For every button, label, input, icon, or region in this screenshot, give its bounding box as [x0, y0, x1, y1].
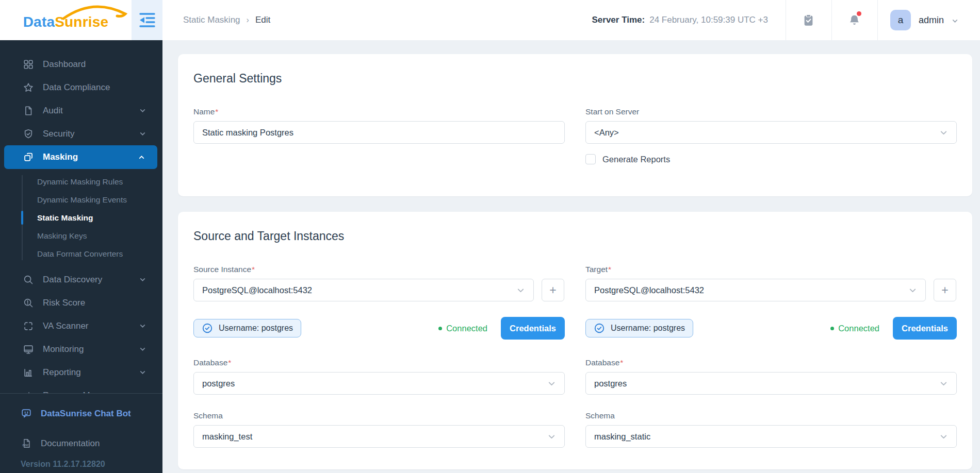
chevron-down-icon	[908, 286, 917, 295]
scanner-icon	[23, 320, 34, 332]
target-database-select[interactable]: postgres	[585, 372, 957, 395]
target-username-text: Username: postgres	[611, 324, 685, 333]
source-username-chip[interactable]: Username: postgres	[193, 319, 301, 337]
required-asterisk: *	[215, 107, 218, 116]
general-settings-card: General Settings Name* Start on Server <…	[178, 54, 972, 196]
generate-reports-label: Generate Reports	[602, 155, 670, 164]
source-instance-label: Source Instance*	[193, 265, 565, 274]
sidebar-item-monitoring[interactable]: Monitoring	[0, 337, 162, 361]
tasks-button[interactable]	[786, 0, 831, 40]
target-connected-status: Connected	[830, 324, 879, 333]
start-on-server-label: Start on Server	[585, 107, 957, 116]
collapse-menu-icon	[138, 11, 156, 29]
target-schema-select[interactable]: masking_static	[585, 425, 957, 448]
sidebar-item-static-masking[interactable]: Static Masking	[0, 209, 162, 227]
source-status-row: Username: postgres Connected Credentials	[193, 317, 565, 340]
sidebar-item-masking[interactable]: Masking	[4, 145, 157, 169]
main-content: General Settings Name* Start on Server <…	[162, 40, 980, 473]
target-status-row: Username: postgres Connected Credentials	[585, 317, 957, 340]
chevron-down-icon	[139, 276, 146, 283]
start-on-server-select[interactable]: <Any>	[585, 121, 957, 144]
sidebar-item-documentation[interactable]: DOC Documentation	[0, 432, 162, 455]
source-status-text: Connected	[446, 324, 487, 333]
chevron-down-icon	[939, 128, 948, 137]
sidebar-bottom-panel: DataSunrise Chat Bot DOC Documentation V…	[0, 393, 162, 473]
source-instance-select[interactable]: PostgreSQL@localhost:5432	[193, 279, 534, 301]
status-dot	[438, 327, 442, 330]
sidebar-item-audit[interactable]: Audit	[0, 99, 162, 122]
logo-text-sunrise: Sunrise	[55, 14, 108, 30]
sidebar-collapse-button[interactable]	[132, 0, 162, 40]
sidebar-item-dynamic-masking-rules[interactable]: Dynamic Masking Rules	[0, 173, 162, 191]
required-asterisk: *	[252, 265, 255, 274]
source-schema-label: Schema	[193, 411, 565, 420]
sidebar-item-security[interactable]: Security	[0, 122, 162, 145]
source-connected-status: Connected	[438, 324, 487, 333]
star-icon	[23, 82, 34, 93]
target-database-value: postgres	[594, 379, 627, 388]
target-credentials-button[interactable]: Credentials	[893, 317, 957, 340]
chevron-down-icon	[139, 346, 146, 352]
sidebar-nav: Dashboard Data Compliance Audit Security	[0, 40, 162, 407]
source-schema-select[interactable]: masking_test	[193, 425, 565, 448]
server-time-value: 24 February, 10:59:39 UTC +3	[649, 15, 768, 25]
target-instance-select[interactable]: PostgreSQL@localhost:5432	[585, 279, 926, 301]
sidebar-item-dynamic-masking-events[interactable]: Dynamic Masking Events	[0, 191, 162, 209]
datasunrise-logo: DataSunrise	[23, 10, 109, 30]
chevron-down-icon	[139, 369, 146, 376]
add-source-instance-button[interactable]: +	[542, 279, 564, 301]
sub-item-label: Static Masking	[37, 213, 93, 223]
breadcrumb: Static Masking › Edit	[183, 0, 270, 40]
dashboard-icon	[23, 59, 34, 70]
bar-chart-icon	[23, 367, 34, 378]
chevron-down-icon	[516, 286, 525, 295]
add-target-instance-button[interactable]: +	[934, 279, 956, 301]
notifications-button[interactable]	[832, 0, 877, 40]
sidebar-item-reporting[interactable]: Reporting	[0, 361, 162, 384]
required-asterisk: *	[620, 358, 623, 367]
header-right-controls: Server Time:24 February, 10:59:39 UTC +3…	[592, 0, 980, 40]
sidebar-item-label: Data Discovery	[43, 275, 130, 285]
check-circle-icon	[202, 323, 213, 334]
sidebar-item-chat-bot[interactable]: DataSunrise Chat Bot	[0, 402, 162, 425]
sidebar-item-data-format-converters[interactable]: Data Format Converters	[0, 245, 162, 263]
target-schema-value: masking_static	[594, 432, 650, 442]
generate-reports-row: Generate Reports	[585, 154, 957, 164]
sidebar-item-label: Risk Score	[43, 298, 146, 308]
general-settings-title: General Settings	[193, 72, 957, 86]
name-input[interactable]	[193, 121, 565, 144]
status-dot	[830, 327, 834, 330]
user-menu[interactable]: a admin	[878, 10, 980, 30]
sidebar-item-risk-score[interactable]: Risk Score	[0, 291, 162, 314]
shield-check-icon	[23, 128, 34, 140]
sidebar-item-va-scanner[interactable]: VA Scanner	[0, 314, 162, 337]
monitor-icon	[23, 344, 34, 355]
sidebar-item-label: Dashboard	[43, 59, 146, 70]
source-column: Source Instance* PostgreSQL@localhost:54…	[193, 265, 565, 448]
generate-reports-checkbox[interactable]	[585, 154, 596, 164]
source-target-card: Source and Target Instances Source Insta…	[178, 212, 972, 469]
logo[interactable]: DataSunrise	[0, 0, 132, 40]
doc-file-icon: DOC	[21, 438, 32, 449]
source-database-select[interactable]: postgres	[193, 372, 565, 395]
sub-item-label: Dynamic Masking Rules	[37, 177, 123, 187]
sidebar-item-dashboard[interactable]: Dashboard	[0, 53, 162, 76]
sidebar-item-data-compliance[interactable]: Data Compliance	[0, 76, 162, 99]
source-target-title: Source and Target Instances	[193, 229, 957, 243]
search-icon	[23, 274, 34, 285]
target-instance-value: PostgreSQL@localhost:5432	[594, 285, 704, 295]
breadcrumb-parent[interactable]: Static Masking	[183, 15, 240, 25]
sidebar-item-label: VA Scanner	[43, 321, 130, 331]
chevron-down-icon	[952, 18, 958, 24]
sidebar-item-masking-keys[interactable]: Masking Keys	[0, 227, 162, 245]
chevron-down-icon	[547, 379, 556, 388]
sidebar-item-data-discovery[interactable]: Data Discovery	[0, 268, 162, 291]
source-username-text: Username: postgres	[219, 324, 293, 333]
sidebar-item-label: Reporting	[43, 367, 130, 378]
source-credentials-button[interactable]: Credentials	[501, 317, 565, 340]
avatar: a	[890, 10, 911, 30]
breadcrumb-current: Edit	[255, 15, 270, 25]
chevron-down-icon	[139, 107, 146, 114]
target-username-chip[interactable]: Username: postgres	[585, 319, 693, 337]
sidebar-item-label: Masking	[43, 152, 129, 162]
